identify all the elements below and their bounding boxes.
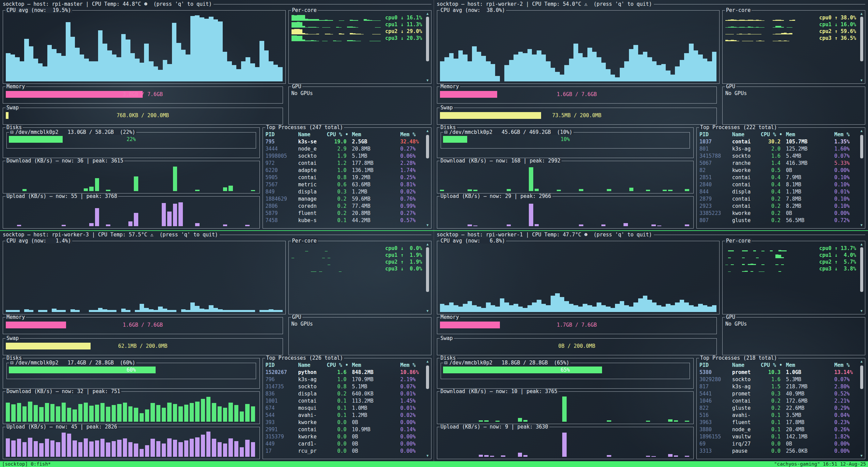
process-row[interactable]: 2806coredn0.277.4MB0.99%: [266, 203, 423, 210]
scroll-up-icon[interactable]: ▲: [861, 12, 863, 15]
process-row[interactable]: 2879contai0.27.8MB0.10%: [699, 196, 857, 203]
process-row[interactable]: 1520267python1.6848.2MB10.86%: [266, 369, 423, 376]
process-column-header[interactable]: CPU % •: [761, 131, 780, 138]
process-scrollbar[interactable]: ▲▼: [425, 360, 430, 457]
scroll-down-icon[interactable]: ▼: [426, 309, 428, 313]
process-column-header[interactable]: PID: [266, 131, 298, 138]
per-core-scrollbar[interactable]: ▲▼: [425, 12, 430, 82]
scroll-track[interactable]: [860, 133, 863, 223]
process-row[interactable]: 2851contai0.47.9MB0.10%: [699, 174, 857, 181]
scroll-thumb[interactable]: [860, 17, 863, 61]
scroll-track[interactable]: [860, 364, 863, 453]
process-row[interactable]: 807gluste0.256.5MB0.72%: [699, 217, 857, 224]
process-column-header[interactable]: Mem: [347, 131, 396, 138]
process-column-header[interactable]: Name: [732, 131, 761, 138]
process-row[interactable]: 5879fluent0.220.8MB0.27%: [266, 210, 423, 217]
scroll-thumb[interactable]: [426, 135, 429, 158]
per-core-scrollbar[interactable]: ▲▼: [859, 243, 864, 313]
tmux-horizontal-pane-divider-active[interactable]: [0, 230, 868, 231]
process-row[interactable]: 3444node_e2.920.8MB0.27%: [266, 145, 423, 153]
scroll-down-icon[interactable]: ▼: [426, 79, 428, 82]
process-row[interactable]: 1998005sockto1.95.1MB0.06%: [266, 153, 423, 160]
process-row[interactable]: 1001contai0.1113.2MB1.45%: [266, 398, 423, 405]
scroll-down-icon[interactable]: ▼: [426, 454, 428, 457]
process-column-header[interactable]: PID: [699, 131, 732, 138]
process-row[interactable]: 516avahi-0.13.5MB0.04%: [699, 412, 857, 419]
process-row[interactable]: 6220adapte1.0136.1MB1.74%: [266, 167, 423, 174]
process-row[interactable]: 17rcu_pr0.00B0.00%: [266, 448, 423, 455]
scroll-thumb[interactable]: [426, 247, 429, 292]
scroll-up-icon[interactable]: ▲: [861, 360, 863, 363]
process-row[interactable]: 3385223kworke0.20B0.00%: [699, 210, 857, 217]
process-column-header[interactable]: CPU % •: [327, 131, 347, 138]
scroll-down-icon[interactable]: ▼: [426, 223, 428, 227]
process-row[interactable]: 449card1-0.00B0.00%: [266, 440, 423, 448]
process-row[interactable]: 82kworke0.50B0.00%: [699, 167, 857, 174]
process-column-header[interactable]: CPU % •: [761, 362, 780, 369]
scroll-track[interactable]: [426, 16, 429, 78]
scroll-down-icon[interactable]: ▼: [861, 309, 863, 313]
process-column-header[interactable]: Mem %: [396, 131, 423, 138]
process-column-header[interactable]: PID: [266, 362, 298, 369]
scroll-up-icon[interactable]: ▲: [861, 129, 863, 133]
process-row[interactable]: 817k3s-ag1.5218.7MB2.80%: [699, 383, 857, 390]
scroll-thumb[interactable]: [860, 365, 863, 389]
scroll-up-icon[interactable]: ▲: [426, 12, 428, 15]
process-row[interactable]: 1896155vaultw0.1142.1MB1.82%: [699, 433, 857, 440]
scroll-thumb[interactable]: [860, 247, 863, 292]
scroll-down-icon[interactable]: ▼: [861, 223, 863, 227]
process-row[interactable]: 1884629manage0.259.6MB0.76%: [266, 196, 423, 203]
process-row[interactable]: 972contai1.2177.8MB2.28%: [266, 160, 423, 167]
process-column-header[interactable]: CPU % •: [327, 362, 347, 369]
process-column-header[interactable]: Name: [298, 131, 327, 138]
pane-rpi-master[interactable]: socktop — host: rpi-master | CPU Temp: 4…: [0, 0, 434, 231]
process-row[interactable]: 822gluste0.222.6MB0.29%: [699, 405, 857, 412]
pane-rpi-worker-2[interactable]: socktop — host: rpi-worker-2 | CPU Temp:…: [434, 0, 868, 231]
process-row[interactable]: 2923contai0.28.2MB0.10%: [699, 203, 857, 210]
process-column-header[interactable]: PID: [699, 362, 732, 369]
process-scrollbar[interactable]: ▲▼: [859, 129, 864, 227]
process-row[interactable]: 844displa0.41.1MB0.01%: [699, 188, 857, 196]
process-column-header[interactable]: Mem %: [830, 131, 857, 138]
process-row[interactable]: 5441promet0.340.9MB0.52%: [699, 390, 857, 398]
process-row[interactable]: 5905contai0.819.2MB0.25%: [266, 174, 423, 181]
per-core-scrollbar[interactable]: ▲▼: [425, 243, 430, 313]
scroll-track[interactable]: [426, 133, 429, 223]
process-row[interactable]: 1037contai30.2105.7MB1.35%: [699, 138, 857, 145]
scroll-thumb[interactable]: [860, 135, 863, 158]
process-column-header[interactable]: Mem %: [830, 362, 857, 369]
process-row[interactable]: 69irq/270.00B0.00%: [699, 440, 857, 448]
process-row[interactable]: 3415788sockto1.65.4MB0.07%: [699, 153, 857, 160]
scroll-thumb[interactable]: [426, 365, 429, 389]
pane-rpi-worker-3[interactable]: socktop — host: rpi-worker-3 | CPU Temp:…: [0, 231, 434, 461]
scroll-down-icon[interactable]: ▼: [861, 79, 863, 82]
process-column-header[interactable]: Mem: [780, 362, 830, 369]
scroll-track[interactable]: [860, 247, 863, 309]
process-row[interactable]: 674mosqui0.11.0MB0.01%: [266, 405, 423, 412]
process-row[interactable]: 3313pause0.0256.0KB0.00%: [699, 448, 857, 455]
per-core-scrollbar[interactable]: ▲▼: [859, 12, 864, 82]
pane-rpi-worker-1[interactable]: socktop — host: rpi-worker-1 | CPU Temp:…: [434, 231, 868, 461]
process-row[interactable]: 7567metric0.663.6MB0.81%: [266, 181, 423, 188]
scroll-thumb[interactable]: [426, 17, 429, 61]
process-row[interactable]: 2991contai0.010.9MB0.14%: [266, 426, 423, 433]
process-row[interactable]: 315379kworke0.00B0.00%: [266, 433, 423, 440]
process-row[interactable]: 5067ranche1.4416.3MB5.33%: [699, 160, 857, 167]
process-row[interactable]: 5380promet10.31.0GB13.14%: [699, 369, 857, 376]
process-row[interactable]: 795k3s-se19.02.5GB32.48%: [266, 138, 423, 145]
process-row[interactable]: 393kworke0.00B0.00%: [266, 419, 423, 426]
process-row[interactable]: 3880node_e0.120.4MB0.26%: [699, 426, 857, 433]
scroll-up-icon[interactable]: ▲: [426, 243, 428, 246]
process-column-header[interactable]: Mem: [780, 131, 830, 138]
process-row[interactable]: 1046contai0.2172.6MB2.21%: [699, 398, 857, 405]
process-column-header[interactable]: Name: [298, 362, 327, 369]
scroll-up-icon[interactable]: ▲: [861, 243, 863, 246]
process-row[interactable]: 544avahi-0.11.2MB0.02%: [266, 412, 423, 419]
tmux-session-window-label[interactable]: [socktop] 0:fish*: [2, 461, 51, 467]
process-row[interactable]: 314735sockto0.85.1MB0.07%: [266, 383, 423, 390]
process-row[interactable]: 2840contai0.48.1MB0.10%: [699, 181, 857, 188]
process-column-header[interactable]: Mem: [347, 362, 396, 369]
process-row[interactable]: 7458kube-s0.144.2MB0.57%: [266, 217, 423, 224]
process-row[interactable]: 3029280sockto1.65.3MB0.07%: [699, 376, 857, 383]
scroll-down-icon[interactable]: ▼: [861, 454, 863, 457]
